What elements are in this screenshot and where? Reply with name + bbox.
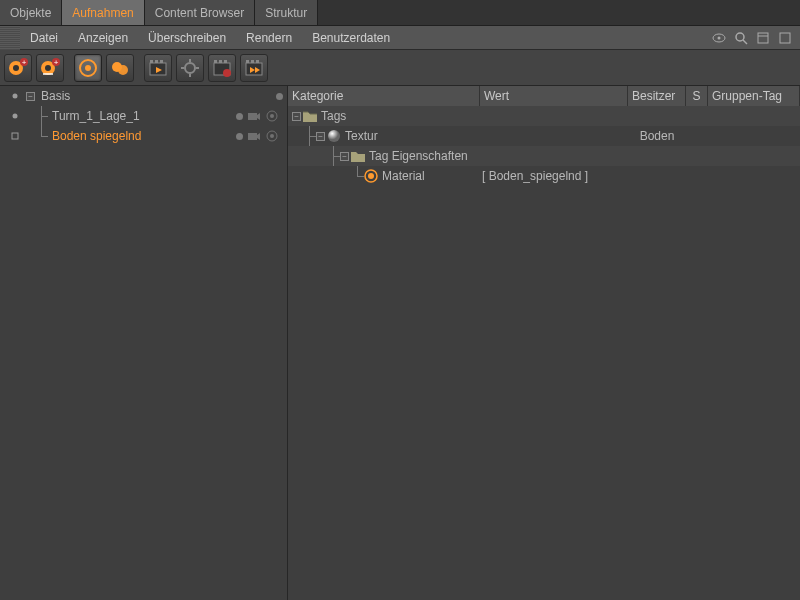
category-label: Textur <box>345 129 378 143</box>
toolbar: + + <box>0 50 800 86</box>
svg-point-50 <box>270 134 274 138</box>
svg-rect-20 <box>150 60 153 63</box>
tree-branch-icon <box>352 166 364 186</box>
svg-rect-6 <box>780 33 790 43</box>
toggle-icon[interactable] <box>4 91 26 101</box>
eye-icon[interactable] <box>712 31 726 45</box>
svg-text:+: + <box>54 58 59 67</box>
take-tree-panel: − Basis Turm_1_Lage_1 <box>0 86 288 600</box>
toggle-icon[interactable] <box>4 111 26 121</box>
tree-branch-icon <box>36 126 48 146</box>
property-row[interactable]: − Tags <box>288 106 800 126</box>
property-row[interactable]: Material [ Boden_spiegelnd ] <box>288 166 800 186</box>
svg-point-45 <box>270 114 274 118</box>
tab-objects[interactable]: Objekte <box>0 0 62 25</box>
maximize-icon[interactable] <box>778 31 792 45</box>
svg-point-1 <box>718 36 721 39</box>
tool-link-take-icon[interactable] <box>106 54 134 82</box>
menubar-grip <box>0 26 20 50</box>
svg-point-40 <box>13 94 18 99</box>
toggle-icon[interactable] <box>4 131 26 141</box>
tree-row-tags <box>247 129 287 143</box>
svg-rect-32 <box>224 60 227 63</box>
category-label: Tag Eigenschaften <box>369 149 468 163</box>
status-dot-icon <box>236 133 243 140</box>
tool-render-marked-icon[interactable] <box>208 54 236 82</box>
svg-rect-34 <box>246 63 262 75</box>
tree-branch-icon <box>328 146 340 166</box>
expander-icon[interactable]: − <box>26 92 35 101</box>
value-cell[interactable]: [ Boden_spiegelnd ] <box>482 169 588 183</box>
svg-rect-30 <box>214 60 217 63</box>
svg-rect-31 <box>219 60 222 63</box>
svg-point-51 <box>328 130 340 142</box>
render-tag-icon[interactable] <box>265 129 279 143</box>
header-owner[interactable]: Besitzer <box>628 86 686 106</box>
tool-render-all-icon[interactable] <box>240 54 268 82</box>
menu-render[interactable]: Rendern <box>236 26 302 50</box>
expander-icon[interactable]: − <box>340 152 349 161</box>
property-panel: Kategorie Wert Besitzer S Gruppen-Tag − … <box>288 86 800 600</box>
tab-content-browser[interactable]: Content Browser <box>145 0 255 25</box>
take-tree[interactable]: − Basis Turm_1_Lage_1 <box>0 86 287 146</box>
svg-rect-37 <box>256 60 259 63</box>
menubar-right <box>712 31 800 45</box>
svg-point-33 <box>223 69 231 77</box>
menu-override[interactable]: Überschreiben <box>138 26 236 50</box>
tool-new-take-icon[interactable]: + <box>4 54 32 82</box>
menu-file[interactable]: Datei <box>20 26 68 50</box>
expander-icon[interactable]: − <box>292 112 301 121</box>
svg-point-53 <box>368 173 374 179</box>
expander-icon[interactable]: − <box>316 132 325 141</box>
header-value[interactable]: Wert <box>480 86 628 106</box>
tree-label: Turm_1_Lage_1 <box>48 109 230 123</box>
menu-view[interactable]: Anzeigen <box>68 26 138 50</box>
material-icon <box>364 169 378 183</box>
svg-line-3 <box>743 40 747 44</box>
header-category[interactable]: Kategorie <box>288 86 480 106</box>
tree-row-child-selected[interactable]: Boden spiegelnd <box>0 126 287 146</box>
tree-row-basis[interactable]: − Basis <box>0 86 287 106</box>
tab-takes[interactable]: Aufnahmen <box>62 0 144 25</box>
category-label: Material <box>382 169 425 183</box>
svg-rect-35 <box>246 60 249 63</box>
tool-render-settings-icon[interactable] <box>176 54 204 82</box>
search-icon[interactable] <box>734 31 748 45</box>
svg-point-16 <box>85 65 91 71</box>
svg-marker-48 <box>257 133 260 140</box>
header-group-tag[interactable]: Gruppen-Tag <box>708 86 800 106</box>
tree-branch-icon <box>36 106 48 126</box>
property-row[interactable]: − Textur Boden <box>288 126 800 146</box>
svg-rect-21 <box>155 60 158 63</box>
svg-point-41 <box>13 114 18 119</box>
folder-icon <box>351 150 365 162</box>
category-label: Tags <box>321 109 346 123</box>
tree-label: Boden spiegelnd <box>48 129 230 143</box>
svg-point-18 <box>118 65 128 75</box>
window-icon[interactable] <box>756 31 770 45</box>
svg-rect-4 <box>758 33 768 43</box>
property-table: Kategorie Wert Besitzer S Gruppen-Tag − … <box>288 86 800 186</box>
menubar: Datei Anzeigen Überschreiben Rendern Ben… <box>0 26 800 50</box>
folder-icon <box>303 110 317 122</box>
status-dot-icon <box>236 113 243 120</box>
status-dot-icon <box>276 93 283 100</box>
tool-auto-take-icon[interactable] <box>74 54 102 82</box>
menu-userdata[interactable]: Benutzerdaten <box>302 26 400 50</box>
svg-rect-42 <box>248 113 257 120</box>
camera-tag-icon[interactable] <box>247 129 261 143</box>
property-header-row: Kategorie Wert Besitzer S Gruppen-Tag <box>288 86 800 106</box>
svg-point-24 <box>185 63 195 73</box>
svg-rect-47 <box>248 133 257 140</box>
tree-branch-icon <box>304 126 316 146</box>
tab-structure[interactable]: Struktur <box>255 0 318 25</box>
tab-bar: Objekte Aufnahmen Content Browser Strukt… <box>0 0 800 26</box>
render-tag-icon[interactable] <box>265 109 279 123</box>
svg-text:+: + <box>22 58 27 67</box>
tree-row-child[interactable]: Turm_1_Lage_1 <box>0 106 287 126</box>
header-s[interactable]: S <box>686 86 708 106</box>
tool-new-child-take-icon[interactable]: + <box>36 54 64 82</box>
property-row[interactable]: − Tag Eigenschaften <box>288 146 800 166</box>
tool-render-take-icon[interactable] <box>144 54 172 82</box>
camera-tag-icon[interactable] <box>247 109 261 123</box>
